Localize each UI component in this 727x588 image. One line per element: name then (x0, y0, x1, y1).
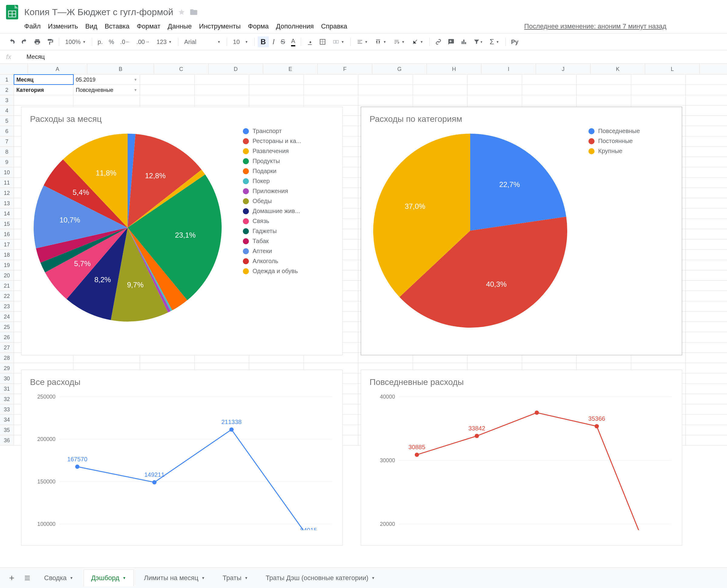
cell-E3[interactable] (249, 95, 304, 105)
col-header-H[interactable]: H (427, 64, 481, 74)
cell-I2[interactable] (468, 85, 522, 95)
wrap-dropdown[interactable]: ▼ (391, 38, 408, 46)
font-size-dropdown[interactable]: 10▼ (230, 37, 251, 47)
cell-B2[interactable]: Повседневные▼ (74, 85, 140, 95)
cell-G1[interactable] (358, 75, 413, 85)
cell-F1[interactable] (304, 75, 358, 85)
row-header-30[interactable]: 30 (0, 373, 14, 384)
menu-form[interactable]: Форма (248, 22, 269, 30)
row-header-18[interactable]: 18 (0, 250, 14, 260)
row-header-16[interactable]: 16 (0, 229, 14, 239)
col-header-L[interactable]: L (645, 64, 700, 74)
menu-edit[interactable]: Изменить (48, 22, 78, 30)
menu-file[interactable]: Файл (24, 22, 41, 30)
halign-dropdown[interactable]: ▼ (354, 38, 371, 46)
row-header-11[interactable]: 11 (0, 177, 14, 188)
cell-I1[interactable] (468, 75, 522, 85)
cell-L3[interactable] (631, 95, 686, 105)
col-header-F[interactable]: F (318, 64, 372, 74)
cell-E2[interactable] (249, 85, 304, 95)
menu-help[interactable]: Справка (321, 22, 347, 30)
row-header-27[interactable]: 27 (0, 342, 14, 353)
menu-format[interactable]: Формат (137, 22, 160, 30)
add-sheet-button[interactable]: + (6, 570, 18, 586)
cell-H3[interactable] (413, 95, 468, 105)
row-header-15[interactable]: 15 (0, 219, 14, 229)
merge-cells-dropdown[interactable]: ▼ (330, 37, 348, 46)
comment-icon[interactable] (445, 37, 457, 47)
rotate-dropdown[interactable]: ▼ (409, 38, 426, 46)
row-header-1[interactable]: 1 (0, 75, 14, 85)
inc-decimals-button[interactable]: .00→ (134, 37, 152, 47)
row-header-3[interactable]: 3 (0, 95, 14, 105)
row-header-24[interactable]: 24 (0, 312, 14, 322)
row-header-29[interactable]: 29 (0, 363, 14, 373)
cell-K1[interactable] (577, 75, 631, 85)
text-color-button[interactable]: A (289, 36, 297, 48)
row-header-21[interactable]: 21 (0, 281, 14, 291)
row-header-7[interactable]: 7 (0, 136, 14, 147)
col-header-J[interactable]: J (536, 64, 590, 74)
sheet-tab-spending[interactable]: Траты▼ (215, 570, 255, 586)
fill-color-icon[interactable] (304, 37, 316, 47)
currency-button[interactable]: р. (95, 37, 105, 47)
cell-L1[interactable] (631, 75, 686, 85)
cell-D1[interactable] (195, 75, 249, 85)
cell-L2[interactable] (631, 85, 686, 95)
cell-K3[interactable] (577, 95, 631, 105)
paint-format-icon[interactable] (44, 37, 56, 47)
row-header-31[interactable]: 31 (0, 384, 14, 394)
row-header-8[interactable]: 8 (0, 147, 14, 157)
star-icon[interactable] (178, 8, 185, 16)
cell-B1[interactable]: 05.2019▼ (74, 75, 140, 85)
row-header-22[interactable]: 22 (0, 291, 14, 301)
row-header-5[interactable]: 5 (0, 116, 14, 126)
row-header-12[interactable]: 12 (0, 188, 14, 198)
cell-A1[interactable]: Месяц (14, 75, 74, 85)
row-header-23[interactable]: 23 (0, 301, 14, 312)
cell-J2[interactable] (522, 85, 577, 95)
sheet-tab-dashboard[interactable]: Дэшборд▼ (84, 569, 134, 586)
cell-H1[interactable] (413, 75, 468, 85)
row-header-26[interactable]: 26 (0, 332, 14, 342)
folder-icon[interactable] (189, 8, 198, 16)
sheet-tab-limits[interactable]: Лимиты на месяц▼ (137, 570, 212, 586)
col-header-A[interactable]: A (28, 64, 87, 74)
dec-decimals-button[interactable]: .0← (118, 37, 133, 47)
col-header-E[interactable]: E (263, 64, 318, 74)
print-icon[interactable] (32, 37, 43, 47)
bold-button[interactable]: B (258, 36, 269, 47)
row-header-6[interactable]: 6 (0, 126, 14, 136)
functions-dropdown[interactable]: Σ▼ (486, 36, 502, 47)
font-dropdown[interactable]: Arial▼ (181, 37, 224, 47)
cell-D3[interactable] (195, 95, 249, 105)
col-header-G[interactable]: G (372, 64, 427, 74)
row-header-25[interactable]: 25 (0, 322, 14, 332)
doc-title[interactable]: Копия Т—Ж Бюджет с гугл-формой (24, 7, 173, 17)
row-header-17[interactable]: 17 (0, 239, 14, 250)
input-locale-button[interactable]: Ру (509, 37, 521, 47)
row-header-14[interactable]: 14 (0, 209, 14, 219)
row-header-28[interactable]: 28 (0, 353, 14, 363)
cell-D2[interactable] (195, 85, 249, 95)
percent-button[interactable]: % (106, 37, 117, 47)
col-header-K[interactable]: K (590, 64, 645, 74)
cell-B3[interactable] (74, 95, 140, 105)
chart-all-expenses[interactable]: Все расходы 1000001500002000002500001675… (21, 370, 342, 546)
italic-button[interactable]: I (270, 36, 277, 48)
cell-J3[interactable] (522, 95, 577, 105)
redo-icon[interactable] (19, 37, 30, 47)
menu-tools[interactable]: Инструменты (199, 22, 241, 30)
cell-A2[interactable]: Категория (14, 85, 74, 95)
row-header-4[interactable]: 4 (0, 105, 14, 116)
cell-C2[interactable] (140, 85, 195, 95)
row-header-34[interactable]: 34 (0, 415, 14, 425)
row-header-10[interactable]: 10 (0, 167, 14, 177)
row-header-13[interactable]: 13 (0, 198, 14, 209)
last-change-link[interactable]: Последнее изменение: аноним 7 минут наза… (524, 22, 666, 30)
valign-dropdown[interactable]: ▼ (372, 38, 389, 46)
menu-view[interactable]: Вид (85, 22, 97, 30)
row-header-19[interactable]: 19 (0, 260, 14, 270)
cell-C3[interactable] (140, 95, 195, 105)
chart-category-expenses[interactable]: Расходы по категориям 22,7%40,3%37,0% По… (361, 107, 682, 355)
